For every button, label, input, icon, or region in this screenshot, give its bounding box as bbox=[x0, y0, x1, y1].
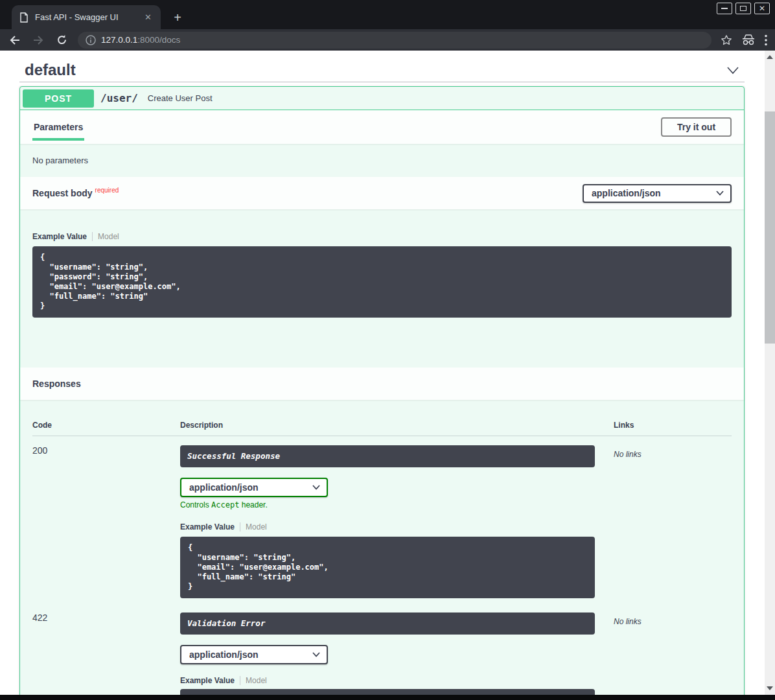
http-method-badge: POST bbox=[23, 89, 94, 108]
scrollbar-down-arrow-icon[interactable] bbox=[767, 686, 773, 690]
tab-separator bbox=[92, 232, 93, 241]
section-collapse-chevron-icon[interactable] bbox=[726, 66, 739, 75]
request-body-header: Request bodyrequired application/json bbox=[20, 177, 744, 209]
responses-header: Responses bbox=[20, 368, 744, 400]
column-code: Code bbox=[32, 421, 180, 430]
column-description: Description bbox=[180, 421, 614, 430]
browser-tab[interactable]: Fast API - Swagger UI ✕ bbox=[12, 5, 161, 29]
try-it-out-button[interactable]: Try it out bbox=[661, 117, 732, 137]
chevron-down-icon bbox=[716, 191, 724, 196]
column-links: Links bbox=[614, 421, 732, 430]
tab-separator bbox=[240, 676, 240, 685]
scrollbar-thumb[interactable] bbox=[765, 111, 775, 344]
window-controls: ✕ bbox=[717, 3, 770, 14]
request-body-label-group: Request bodyrequired bbox=[32, 187, 119, 199]
url-bar[interactable]: 127.0.0.1:8000/docs bbox=[78, 32, 711, 49]
response-code: 422 bbox=[32, 612, 180, 695]
endpoint-summary: Create User Post bbox=[148, 93, 213, 103]
tab-parameters: Parameters bbox=[32, 110, 84, 141]
scrollbar-up-arrow-icon[interactable] bbox=[767, 55, 773, 59]
request-media-type-value: application/json bbox=[592, 188, 661, 198]
bookmark-star-icon[interactable] bbox=[721, 34, 732, 46]
tab-example-value[interactable]: Example Value bbox=[180, 676, 235, 685]
tab-example-value[interactable]: Example Value bbox=[180, 522, 235, 531]
back-arrow-icon[interactable] bbox=[6, 32, 23, 49]
url-host: 127.0.0.1 bbox=[101, 35, 137, 45]
tab-close-icon[interactable]: ✕ bbox=[142, 12, 154, 22]
incognito-icon bbox=[741, 34, 756, 46]
tab-model[interactable]: Model bbox=[98, 232, 119, 241]
response-example-json-200[interactable]: { "username": "string", "email": "user@e… bbox=[180, 537, 595, 598]
url-text[interactable]: 127.0.0.1:8000/docs bbox=[101, 35, 180, 45]
parameters-header: Parameters Try it out bbox=[20, 110, 744, 144]
forward-arrow-icon[interactable] bbox=[30, 32, 47, 49]
endpoint-path: /user/ bbox=[100, 92, 138, 104]
example-model-tabs: Example Value Model bbox=[32, 232, 732, 241]
tag-section-header[interactable]: default bbox=[19, 51, 745, 82]
chevron-down-icon bbox=[312, 652, 320, 657]
opblock-summary[interactable]: POST /user/ Create User Post bbox=[20, 87, 744, 110]
response-description-cell: Successful Response application/json Con… bbox=[180, 445, 614, 598]
response-row-200: 200 Successful Response application/json bbox=[32, 436, 732, 598]
responses-title: Responses bbox=[32, 379, 81, 389]
tab-strip: Fast API - Swagger UI ✕ + ✕ bbox=[0, 0, 775, 29]
request-media-type-select[interactable]: application/json bbox=[583, 184, 732, 203]
new-tab-button[interactable]: + bbox=[170, 10, 185, 26]
response-description: Validation Error bbox=[180, 612, 595, 635]
accept-note-code: Accept bbox=[211, 500, 239, 509]
toolbar-right-icons bbox=[721, 34, 767, 46]
tab-model[interactable]: Model bbox=[246, 522, 267, 531]
reload-icon[interactable] bbox=[53, 32, 70, 49]
window-bottom-edge bbox=[0, 695, 775, 700]
accept-note-prefix: Controls bbox=[180, 500, 211, 509]
favicon-document-icon bbox=[19, 12, 29, 23]
response-media-type-value-422: application/json bbox=[189, 649, 259, 660]
response-description-cell: Validation Error application/json bbox=[180, 612, 614, 695]
browser-window: Fast API - Swagger UI ✕ + ✕ bbox=[0, 0, 775, 700]
response-example-json-422[interactable]: { "detail": [ bbox=[180, 689, 595, 695]
response-links: No links bbox=[614, 445, 732, 598]
response-row-422: 422 Validation Error application/json bbox=[32, 603, 732, 695]
chevron-down-icon bbox=[312, 485, 320, 490]
response-links: No links bbox=[614, 612, 732, 695]
no-parameters-message: No parameters bbox=[20, 144, 744, 177]
tab-title: Fast API - Swagger UI bbox=[35, 12, 142, 22]
response-media-type-select-422[interactable]: application/json bbox=[180, 645, 328, 664]
site-info-icon[interactable] bbox=[86, 35, 96, 45]
request-body-label: Request body bbox=[32, 189, 93, 199]
swagger-page: default POST /user/ Create User Post Par… bbox=[0, 51, 765, 695]
tab-example-value[interactable]: Example Value bbox=[32, 232, 87, 241]
accept-note-suffix: header. bbox=[239, 500, 267, 509]
request-example-json[interactable]: { "username": "string", "password": "str… bbox=[32, 246, 732, 318]
maximize-button[interactable] bbox=[735, 3, 751, 14]
parameters-label: Parameters bbox=[34, 122, 83, 132]
required-badge: required bbox=[95, 187, 119, 194]
tab-model[interactable]: Model bbox=[246, 676, 267, 685]
response-description: Successful Response bbox=[180, 445, 595, 467]
url-path: :8000/docs bbox=[137, 35, 180, 45]
kebab-menu-icon[interactable] bbox=[765, 34, 767, 46]
tab-separator bbox=[240, 522, 240, 531]
opblock-post-user: POST /user/ Create User Post Parameters … bbox=[19, 86, 745, 695]
page-scrollbar[interactable] bbox=[765, 51, 775, 695]
response-code: 200 bbox=[32, 445, 180, 598]
example-model-tabs: Example Value Model bbox=[180, 676, 614, 685]
response-media-type-value-200: application/json bbox=[189, 482, 259, 493]
response-media-type-select-200[interactable]: application/json bbox=[180, 478, 328, 497]
tag-section-title: default bbox=[25, 61, 76, 79]
responses-table: Code Description Links 200 Successful Re… bbox=[20, 400, 744, 695]
request-example-area: Example Value Model { "username": "strin… bbox=[20, 209, 744, 368]
minimize-button[interactable] bbox=[717, 3, 732, 14]
close-button[interactable]: ✕ bbox=[754, 3, 770, 14]
responses-table-head: Code Description Links bbox=[32, 421, 732, 436]
accept-header-note: Controls Accept header. bbox=[180, 500, 614, 509]
example-model-tabs: Example Value Model bbox=[180, 522, 614, 531]
browser-toolbar: 127.0.0.1:8000/docs bbox=[0, 29, 775, 51]
